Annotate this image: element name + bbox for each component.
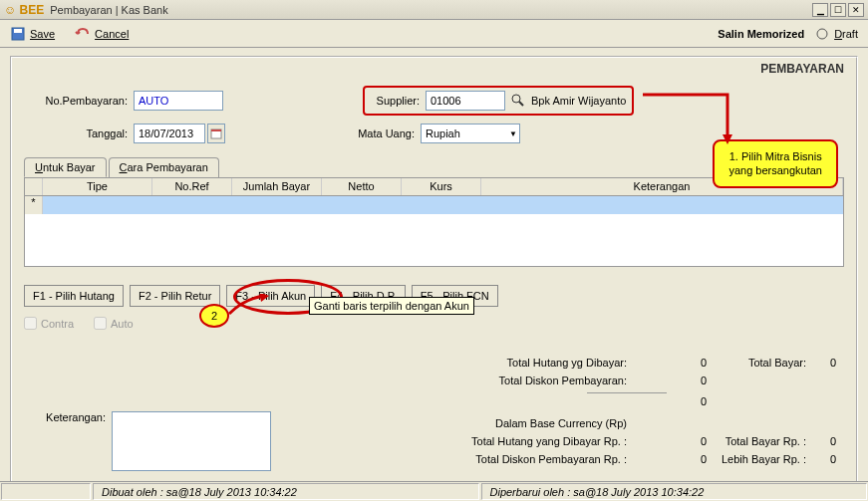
grid-row-selector-header [25, 178, 43, 195]
total-bayar-label: Total Bayar: [707, 357, 806, 369]
salin-memorized-button[interactable]: Salin Memorized [718, 28, 804, 40]
row-cell[interactable] [43, 196, 843, 214]
cancel-button[interactable]: Cancel [75, 26, 129, 42]
main-panel: PEMBAYARAN No.Pembayaran: Supplier: Bpk … [10, 56, 858, 484]
supplier-highlight-box: Supplier: Bpk Amir Wijayanto [363, 86, 634, 116]
search-icon [511, 94, 525, 108]
totals: Total Hutang yg Dibayar: 0 Total Bayar: … [408, 357, 836, 471]
svg-point-2 [817, 29, 827, 39]
panel-title: PEMBAYARAN [760, 62, 844, 76]
salin-label: Salin Memorized [718, 28, 804, 40]
f1-pilih-hutang-button[interactable]: F1 - Pilih Hutang [24, 285, 124, 307]
total-bayar-rp-value: 0 [806, 435, 836, 447]
supplier-label: Supplier: [371, 95, 426, 107]
no-pembayaran-label: No.Pembayaran: [24, 95, 134, 107]
matauang-label: Mata Uang: [355, 127, 421, 139]
status-diperbarui: Diperbarui oleh : sa@18 July 2013 10:34:… [481, 483, 868, 500]
col-tipe[interactable]: Tipe [43, 178, 152, 195]
total-bayar-value: 0 [806, 357, 836, 369]
lebih-rp-label: Lebih Bayar Rp. : [707, 453, 806, 465]
diskon-rp-value: 0 [627, 453, 707, 465]
maximize-button[interactable]: ☐ [830, 3, 846, 17]
keterangan-area: Keterangan: [32, 411, 271, 471]
total-diskon-label: Total Diskon Pembayaran: [408, 375, 627, 386]
contra-label: Contra [41, 318, 74, 330]
draft-icon [814, 26, 830, 42]
cancel-icon [75, 26, 91, 42]
svg-point-3 [512, 95, 520, 103]
calendar-button[interactable] [207, 124, 225, 143]
matauang-combo[interactable]: Rupiah ▼ [421, 124, 520, 143]
tab-untuk-bayar[interactable]: Untuk Bayar [24, 157, 107, 177]
contra-check-input [24, 317, 37, 330]
f2-pilih-retur-button[interactable]: F2 - Pilih Retur [130, 285, 220, 307]
tanggal-input[interactable] [134, 124, 205, 143]
supplier-code-input[interactable] [426, 91, 505, 111]
callout1-line1: 1. Pilih Mitra Bisnis [728, 149, 822, 163]
bee-logo: ☺ BEE [4, 3, 44, 17]
cancel-label: Cancel [95, 28, 129, 40]
annotation-callout-1: 1. Pilih Mitra Bisnis yang bersangkutan [713, 139, 838, 188]
total-sum-value: 0 [627, 395, 707, 407]
col-noref[interactable]: No.Ref [152, 178, 232, 195]
supplier-lookup-button[interactable] [509, 92, 527, 110]
close-button[interactable]: ✕ [848, 3, 864, 17]
no-pembayaran-input[interactable] [134, 91, 223, 111]
keterangan-label: Keterangan: [32, 411, 112, 471]
checkbox-row: Contra Auto [24, 317, 844, 330]
base-currency-label: Dalam Base Currency (Rp) [408, 417, 627, 429]
calendar-icon [210, 127, 222, 139]
col-netto[interactable]: Netto [322, 178, 402, 195]
grid: Tipe No.Ref Jumlah Bayar Netto Kurs Kete… [24, 177, 844, 267]
content: PEMBAYARAN No.Pembayaran: Supplier: Bpk … [0, 48, 868, 492]
row-star: * [25, 196, 43, 214]
keterangan-input[interactable] [112, 411, 271, 471]
diskon-rp-label: Total Diskon Pembayaran Rp. : [408, 453, 627, 465]
draft-button[interactable]: Draft [814, 26, 858, 42]
total-hutang-value: 0 [627, 357, 707, 369]
auto-label: Auto [111, 318, 134, 330]
draft-label: raft [842, 28, 858, 40]
chevron-down-icon: ▼ [509, 129, 517, 138]
tooltip: Ganti baris terpilih dengan Akun [309, 297, 474, 315]
save-label: Save [30, 28, 55, 40]
hutang-rp-label: Total Hutang yang Dibayar Rp. : [408, 435, 627, 447]
hutang-rp-value: 0 [627, 435, 707, 447]
col-kurs[interactable]: Kurs [402, 178, 481, 195]
total-diskon-value: 0 [627, 375, 707, 386]
supplier-name: Bpk Amir Wijayanto [531, 95, 626, 107]
window-title: Pembayaran | Kas Bank [50, 4, 167, 16]
toolbar: Save Cancel Salin Memorized Draft [0, 20, 868, 48]
auto-checkbox: Auto [94, 317, 134, 330]
callout2-text: 2 [211, 310, 217, 322]
minimize-button[interactable]: ▁ [812, 3, 828, 17]
titlebar: ☺ BEE Pembayaran | Kas Bank ▁ ☐ ✕ [0, 0, 868, 20]
contra-checkbox: Contra [24, 317, 74, 330]
annotation-callout-2: 2 [199, 304, 229, 328]
auto-check-input [94, 317, 107, 330]
svg-rect-6 [211, 129, 221, 131]
statusbar: Dibuat oleh : sa@18 July 2013 10:34:22 D… [0, 481, 868, 501]
f3-pilih-akun-button[interactable]: F3 - Pilih Akun [226, 285, 315, 307]
tooltip-text: Ganti baris terpilih dengan Akun [314, 300, 469, 312]
svg-line-4 [519, 102, 523, 106]
save-button[interactable]: Save [10, 26, 55, 42]
matauang-value: Rupiah [426, 127, 460, 139]
col-jumlah[interactable]: Jumlah Bayar [232, 178, 322, 195]
save-icon [10, 26, 26, 42]
lebih-rp-value: 0 [806, 453, 836, 465]
callout1-line2: yang bersangkutan [728, 163, 822, 177]
total-hutang-label: Total Hutang yg Dibayar: [408, 357, 627, 369]
grid-body[interactable]: * [25, 196, 843, 266]
total-bayar-rp-label: Total Bayar Rp. : [707, 435, 806, 447]
status-dibuat: Dibuat oleh : sa@18 July 2013 10:34:22 [93, 483, 479, 500]
table-row[interactable]: * [25, 196, 843, 214]
svg-rect-1 [14, 29, 22, 33]
tab-cara-pembayaran[interactable]: Cara Pembayaran [109, 157, 219, 177]
tanggal-label: Tanggal: [24, 127, 134, 139]
status-cell-1 [1, 483, 91, 500]
